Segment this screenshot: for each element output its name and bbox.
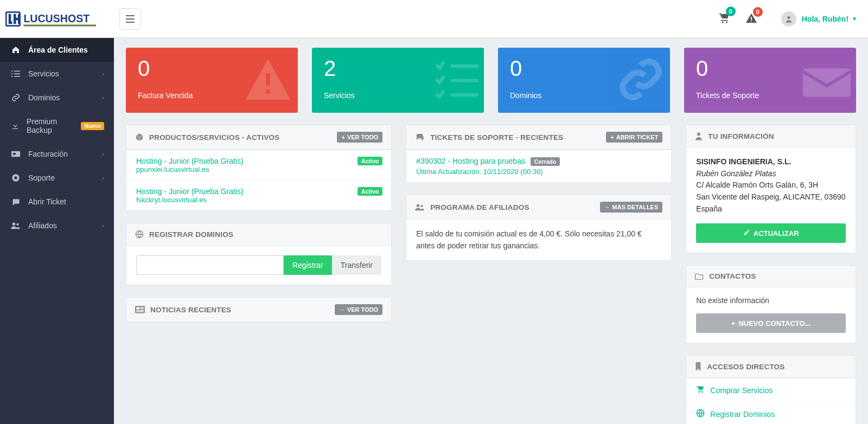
ticket-item[interactable]: #390302 - Hosting para pruebas Cerrado Ú…	[406, 150, 671, 182]
new-badge: Nuevo	[81, 122, 104, 130]
cart-button[interactable]: 0	[718, 12, 730, 25]
panel-shortcuts: ACCESOS DIRECTOS Comprar Servicios Regis…	[686, 355, 856, 424]
panel-affiliates: PROGRAMA DE AFILIADOS →MÁS DETALLES El s…	[406, 195, 672, 261]
sidebar-item-open-ticket[interactable]: Abrir Ticket	[0, 190, 114, 214]
stat-tickets[interactable]: 0 Tickets de Soporte	[684, 48, 856, 113]
svg-point-33	[417, 204, 420, 207]
stat-services[interactable]: 2 Servicios	[312, 48, 484, 113]
stat-invoices[interactable]: 0 Factura Vencida	[126, 48, 298, 113]
home-icon	[10, 46, 22, 54]
svg-point-8	[787, 16, 790, 18]
folder-icon	[695, 273, 704, 280]
domain-input[interactable]	[136, 255, 284, 275]
svg-rect-7	[751, 21, 752, 22]
svg-rect-30	[136, 311, 144, 312]
svg-rect-2	[23, 24, 96, 25]
topbar: LUCUSHOST 0 0 Hola, Rubén! ▼	[0, 0, 868, 38]
svg-rect-9	[11, 70, 12, 72]
content: 0 Factura Vencida 2 Servicios 0 Dominios…	[114, 38, 868, 424]
svg-point-34	[421, 205, 423, 207]
chevron-right-icon: ›	[102, 175, 104, 181]
shortcut-buy[interactable]: Comprar Servicios	[686, 378, 856, 402]
svg-rect-12	[14, 70, 20, 72]
sidebar-item-home[interactable]: Área de Clientes	[0, 38, 114, 62]
register-button[interactable]: Registrar	[284, 255, 332, 275]
sidebar-item-affiliates[interactable]: Afiliados ›	[0, 214, 114, 237]
new-contact-button[interactable]: + NUEVO CONTACTO...	[696, 313, 846, 333]
hamburger-icon	[126, 15, 135, 23]
view-all-products-button[interactable]: +VER TODO	[337, 132, 382, 143]
cube-icon	[135, 133, 144, 142]
sidebar-item-domains[interactable]: Dominios ›	[0, 86, 114, 110]
open-ticket-button[interactable]: +ABRIR TICKET	[606, 132, 662, 143]
svg-rect-3	[23, 25, 96, 26]
transfer-button[interactable]: Transferir	[332, 255, 381, 275]
sidebar-item-backup[interactable]: Premium Backup Nuevo	[0, 110, 114, 142]
user-icon	[695, 132, 703, 140]
svg-rect-28	[136, 307, 139, 310]
users-icon	[10, 222, 22, 229]
download-icon	[10, 121, 20, 130]
panel-contacts: CONTACTOS No existe información + NUEVO …	[686, 265, 856, 343]
status-badge: Activo	[358, 157, 382, 165]
cart-icon	[696, 385, 705, 395]
arrow-right-icon: →	[339, 306, 345, 313]
svg-rect-31	[141, 307, 144, 309]
users-icon	[415, 203, 425, 211]
cart-badge: 0	[726, 7, 736, 16]
svg-rect-32	[141, 309, 144, 310]
svg-rect-16	[13, 153, 16, 155]
link-icon	[617, 56, 665, 105]
alert-badge: 0	[753, 7, 763, 17]
sidebar: Área de Clientes Servicios › Dominios › …	[0, 38, 114, 424]
svg-rect-27	[135, 306, 145, 313]
user-menu[interactable]: Hola, Rubén! ▼	[781, 11, 857, 27]
svg-rect-14	[14, 76, 20, 77]
avatar-icon	[781, 11, 796, 27]
menu-toggle-button[interactable]	[119, 8, 141, 30]
sidebar-item-billing[interactable]: Facturación ›	[0, 142, 114, 166]
svg-rect-10	[11, 73, 12, 74]
alerts-button[interactable]: 0	[745, 12, 757, 25]
card-icon	[10, 151, 22, 157]
panel-products: PRODUCTOS/SERVICIOS - ACTIVOS +VER TODO …	[126, 125, 392, 211]
svg-rect-6	[751, 17, 752, 20]
panel-news: NOTICIAS RECIENTES →VER TODO	[126, 297, 392, 323]
chat-icon	[10, 198, 22, 206]
chevron-right-icon: ›	[102, 222, 104, 229]
chat-icon	[415, 133, 425, 142]
svg-point-18	[14, 176, 17, 179]
view-all-news-button[interactable]: →VER TODO	[335, 304, 382, 315]
chevron-right-icon: ›	[102, 151, 104, 157]
affiliate-details-button[interactable]: →MÁS DETALLES	[600, 202, 663, 213]
life-ring-icon	[10, 174, 22, 182]
mail-icon	[803, 61, 851, 100]
status-badge: Cerrado	[531, 157, 560, 166]
pencil-icon	[743, 229, 750, 237]
svg-point-37	[702, 392, 703, 393]
panel-register-domain: REGISTRAR DOMINIOS Registrar Transferir	[126, 223, 392, 285]
globe-icon	[135, 230, 144, 239]
svg-point-5	[726, 22, 727, 23]
panel-tickets: TICKETS DE SOPORTE - RECIENTES +ABRIR TI…	[406, 125, 672, 183]
affiliate-text: El saldo de tu comisión actual es de 4,0…	[406, 220, 671, 260]
globe-icon	[696, 409, 705, 419]
svg-rect-11	[11, 76, 12, 77]
svg-rect-13	[14, 73, 20, 74]
svg-point-19	[12, 222, 16, 226]
sidebar-item-support[interactable]: Soporte ›	[0, 166, 114, 190]
checklist-icon	[434, 61, 478, 100]
list-icon	[10, 70, 22, 78]
contacts-empty: No existe información	[686, 287, 856, 313]
stat-domains[interactable]: 0 Dominios	[498, 48, 670, 113]
product-item[interactable]: Hosting - Junior (Prueba Gratis) ppunxie…	[126, 150, 391, 180]
update-info-button[interactable]: ACTUALIZAR	[696, 223, 846, 243]
sidebar-item-services[interactable]: Servicios ›	[0, 62, 114, 86]
shortcut-register[interactable]: Registrar Dominios	[686, 402, 856, 424]
plus-icon: +	[341, 134, 344, 140]
product-item[interactable]: Hosting - Junior (Prueba Gratis) fskckry…	[126, 180, 391, 210]
plus-icon: +	[610, 134, 614, 140]
brand-logo[interactable]: LUCUSHOST	[0, 8, 114, 30]
plus-icon: +	[731, 319, 736, 327]
svg-rect-22	[266, 89, 270, 94]
